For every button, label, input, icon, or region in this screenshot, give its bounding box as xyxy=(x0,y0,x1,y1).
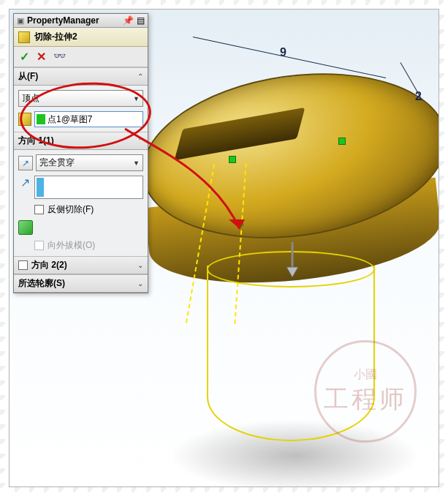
draft-outward-row: 向外拔模(O) xyxy=(34,239,143,252)
svg-marker-1 xyxy=(286,267,298,277)
pm-action-row: ✓ ✕ 👓 xyxy=(14,47,148,67)
start-condition-value: 顶点 xyxy=(22,92,39,105)
property-manager-panel: ▣ PropertyManager 📌 ▤ 切除-拉伸2 ✓ ✕ 👓 从(F) … xyxy=(13,13,148,293)
end-condition-select[interactable]: 完全贯穿 ▼ xyxy=(36,154,143,171)
selected-vertex-text: 点1@草图7 xyxy=(48,113,93,126)
selection-swatch xyxy=(37,114,45,124)
dimension-value-2[interactable]: 2 xyxy=(415,90,422,103)
pm-titlebar: ▣ PropertyManager 📌 ▤ xyxy=(14,14,148,28)
pm-title: PropertyManager xyxy=(27,15,99,26)
group-direction2-header[interactable]: 方向 2(2) ⌄ xyxy=(14,257,148,274)
draft-icon[interactable] xyxy=(18,220,33,235)
group-direction2-label: 方向 2(2) xyxy=(31,259,67,271)
sketch-point[interactable] xyxy=(229,156,236,163)
pin-icon[interactable]: 📌 xyxy=(123,15,134,26)
end-condition-value: 完全贯穿 xyxy=(39,157,75,169)
group-direction1: 方向 1(1) ⌃ ↗ 完全贯穿 ▼ ↗ xyxy=(14,132,148,256)
group-contours: 所选轮廓(S) ⌄ xyxy=(14,274,148,293)
chevron-down-icon: ▼ xyxy=(133,159,140,167)
draft-outward-label: 向外拔模(O) xyxy=(48,239,95,252)
direction2-checkbox[interactable] xyxy=(18,260,28,270)
vertex-icon xyxy=(18,113,31,126)
reverse-direction-button[interactable]: ↗ xyxy=(18,156,33,170)
detailed-preview-button[interactable]: 👓 xyxy=(53,50,66,64)
chevron-up-icon: ⌃ xyxy=(137,137,143,145)
direction-arrow-icon: ↗ xyxy=(18,176,31,189)
pm-tree-icon: ▣ xyxy=(17,16,24,26)
group-from: 从(F) ⌃ 顶点 ▼ 点1@草图7 xyxy=(14,67,148,132)
chevron-down-icon: ▼ xyxy=(133,95,140,102)
group-direction1-label: 方向 1(1) xyxy=(18,135,54,147)
selected-vertex-point[interactable] xyxy=(238,222,243,228)
viewport-canvas[interactable]: 9 2 小國 工程师 ▣ PropertyManager 📌 ▤ xyxy=(9,9,439,487)
cut-extrude-icon xyxy=(18,31,30,43)
chevron-down-icon: ⌄ xyxy=(137,279,143,288)
dimension-leader xyxy=(193,37,386,78)
start-condition-select[interactable]: 顶点 ▼ xyxy=(18,90,143,107)
draft-outward-checkbox xyxy=(34,241,44,250)
feature-name: 切除-拉伸2 xyxy=(34,31,77,43)
group-direction2: 方向 2(2) ⌄ xyxy=(14,256,148,274)
ok-button[interactable]: ✓ xyxy=(20,50,29,64)
feature-header: 切除-拉伸2 xyxy=(14,28,148,47)
chevron-up-icon: ⌃ xyxy=(137,72,143,80)
flip-side-checkbox[interactable] xyxy=(34,205,44,214)
group-contours-label: 所选轮廓(S) xyxy=(18,277,65,290)
sketch-cylinder-profile xyxy=(207,266,375,441)
selection-swatch xyxy=(37,178,44,197)
vertex-selection-box[interactable]: 点1@草图7 xyxy=(34,111,143,127)
direction-reference-box[interactable] xyxy=(34,176,143,199)
cancel-button[interactable]: ✕ xyxy=(37,50,46,64)
dimension-value-1[interactable]: 9 xyxy=(280,46,286,59)
tab-close-icon[interactable]: ▤ xyxy=(137,15,145,26)
chevron-down-icon: ⌄ xyxy=(137,261,143,269)
flip-side-label: 反侧切除(F) xyxy=(48,203,94,216)
sketch-point[interactable] xyxy=(338,138,346,145)
group-direction1-header[interactable]: 方向 1(1) ⌃ xyxy=(14,132,148,150)
group-from-header[interactable]: 从(F) ⌃ xyxy=(14,68,148,86)
flip-side-row[interactable]: 反侧切除(F) xyxy=(34,203,143,216)
drag-handle-icon[interactable] xyxy=(284,242,301,279)
group-contours-header[interactable]: 所选轮廓(S) ⌄ xyxy=(14,275,148,293)
group-from-label: 从(F) xyxy=(18,70,38,83)
